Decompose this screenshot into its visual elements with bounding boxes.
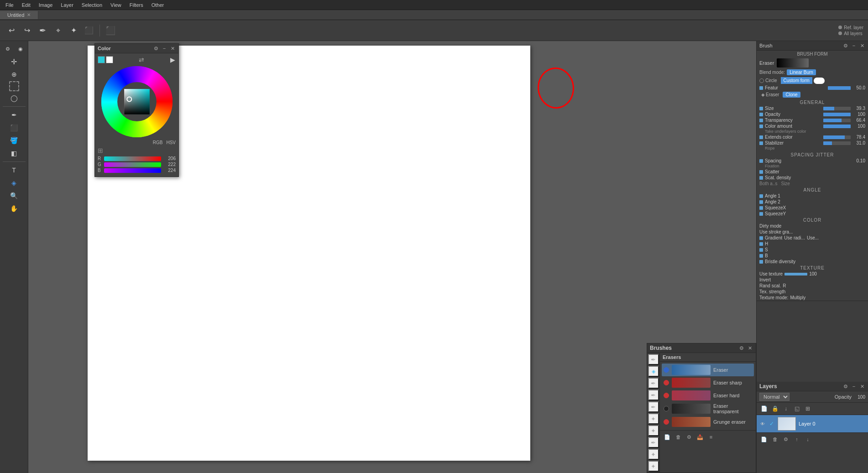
brushes-import-btn[interactable]: 📥 bbox=[695, 432, 705, 442]
shape-circle-radio[interactable] bbox=[759, 78, 764, 83]
channel-g-slider[interactable] bbox=[104, 162, 161, 167]
tab-untitled[interactable]: Untitled ✕ bbox=[0, 11, 38, 19]
transform-button[interactable]: ✦ bbox=[67, 24, 80, 37]
color-panel-close[interactable]: ✕ bbox=[169, 45, 176, 52]
tool-settings-button[interactable]: ⚙ bbox=[2, 43, 14, 55]
brushes-settings-btn[interactable]: ⚙ bbox=[738, 345, 745, 351]
brushes-icon-4[interactable]: ✒ bbox=[648, 390, 659, 400]
layers-duplicate-btn[interactable]: ◱ bbox=[792, 404, 801, 413]
param-transparency-bar[interactable] bbox=[823, 119, 851, 122]
menu-view[interactable]: View bbox=[107, 1, 125, 9]
shape-custom-option[interactable]: Custom form bbox=[781, 77, 825, 84]
tool-select-rect[interactable] bbox=[9, 81, 19, 91]
brushes-icon-5[interactable]: ✒ bbox=[648, 401, 659, 412]
brush-toggle[interactable] bbox=[814, 78, 825, 84]
layers-close-btn[interactable]: ✕ bbox=[859, 383, 865, 390]
brushes-delete-btn[interactable]: 🗑 bbox=[674, 432, 683, 442]
brush-item-eraser-sharp[interactable]: Eraser sharp bbox=[662, 376, 754, 389]
tool-text[interactable]: T bbox=[8, 164, 20, 176]
brush-item-grunge-eraser[interactable]: Grunge eraser bbox=[662, 416, 754, 428]
menu-file[interactable]: File bbox=[2, 1, 17, 9]
tool-hand[interactable]: ✋ bbox=[8, 203, 20, 214]
param-size-bar[interactable] bbox=[823, 107, 851, 110]
brush-item-eraser[interactable]: Eraser bbox=[662, 364, 754, 376]
tool-transform[interactable]: ⊕ bbox=[8, 68, 20, 80]
tool-select-ellipse[interactable]: ◯ bbox=[8, 92, 20, 104]
brushes-icon-1[interactable]: ✒ bbox=[648, 354, 659, 365]
shape-custom-box[interactable]: Custom form bbox=[781, 77, 812, 84]
menu-image[interactable]: Image bbox=[35, 1, 57, 9]
layers-merge-down-btn[interactable]: ↓ bbox=[781, 404, 790, 413]
brush-panel-minimize[interactable]: − bbox=[851, 42, 857, 49]
layers-settings-btn[interactable]: ⚙ bbox=[842, 383, 849, 390]
redo-button[interactable]: ↪ bbox=[20, 24, 34, 37]
tool-fill[interactable]: 🪣 bbox=[8, 135, 20, 146]
layer-0-item[interactable]: 👁 ✓ Layer 0 bbox=[757, 415, 868, 432]
menu-edit[interactable]: Edit bbox=[18, 1, 34, 9]
param-color-bar[interactable] bbox=[823, 125, 851, 128]
color-play-button[interactable]: ▶ bbox=[169, 57, 176, 63]
brushes-settings-btn2[interactable]: ⚙ bbox=[685, 432, 694, 442]
eraser-button[interactable]: ◈ Eraser bbox=[759, 92, 781, 98]
clone-button[interactable]: Clone bbox=[783, 92, 800, 98]
brushes-icon-9[interactable]: ✦ bbox=[648, 449, 659, 460]
menu-layer[interactable]: Layer bbox=[57, 1, 77, 9]
layers-minimize-btn[interactable]: − bbox=[851, 383, 857, 390]
blend-mode-value[interactable]: Linear Burn bbox=[787, 69, 816, 75]
menu-filters[interactable]: Filters bbox=[126, 1, 147, 9]
tab-close-button[interactable]: ✕ bbox=[27, 12, 31, 17]
tool-move[interactable]: ✛ bbox=[8, 56, 20, 68]
param-stabilizer-bar[interactable] bbox=[823, 141, 851, 145]
color-panel-header[interactable]: Color ⚙ − ✕ bbox=[95, 44, 178, 53]
param-extends-bar[interactable] bbox=[823, 135, 851, 139]
brush-panel-close[interactable]: ✕ bbox=[859, 42, 865, 49]
feature-bar[interactable] bbox=[828, 86, 851, 90]
layer-check-icon[interactable]: ✓ bbox=[769, 421, 775, 427]
tool-history-button[interactable]: ◉ bbox=[15, 43, 26, 55]
layers-new-btn[interactable]: 📄 bbox=[759, 404, 769, 413]
brushes-close-btn[interactable]: ✕ bbox=[747, 345, 753, 351]
color-resize-icon[interactable]: ⊞ bbox=[98, 147, 103, 154]
tool-eraser[interactable]: ⬛ bbox=[8, 122, 20, 134]
swap-colors-button[interactable]: ⇄ bbox=[138, 57, 145, 63]
channel-r-slider[interactable] bbox=[104, 156, 161, 161]
param-opacity-bar[interactable] bbox=[823, 113, 851, 116]
color-wheel-container[interactable] bbox=[100, 65, 173, 138]
menu-other[interactable]: Other bbox=[148, 1, 168, 9]
color-wheel[interactable] bbox=[100, 65, 173, 138]
layers-mode-select[interactable]: Normal bbox=[759, 393, 790, 401]
brushes-icon-3[interactable]: ✒ bbox=[648, 378, 659, 389]
layers-group-btn[interactable]: ⊞ bbox=[803, 404, 812, 413]
shape-circle-option[interactable]: Circle bbox=[759, 78, 777, 83]
layer-eye-icon[interactable]: 👁 bbox=[759, 421, 766, 427]
crop-button[interactable]: ⬛ bbox=[82, 24, 96, 37]
undo-button[interactable]: ↩ bbox=[5, 24, 18, 37]
brushes-add-btn[interactable]: 📄 bbox=[663, 432, 672, 442]
background-color[interactable] bbox=[106, 56, 113, 63]
layer-down-btn[interactable]: ↓ bbox=[803, 435, 812, 444]
brush-item-eraser-hard[interactable]: Eraser hard bbox=[662, 389, 754, 402]
brushes-icon-7[interactable]: ✦ bbox=[648, 425, 659, 436]
brush-item-eraser-transparent[interactable]: Eraser transparent bbox=[662, 402, 754, 416]
stamp-button[interactable]: ⬛ bbox=[104, 24, 117, 37]
tool-pen[interactable]: ✒ bbox=[8, 109, 20, 121]
color-panel-minimize[interactable]: − bbox=[161, 45, 167, 52]
brushes-icon-2[interactable]: ◈ bbox=[648, 366, 659, 377]
brushes-list-btn[interactable]: ≡ bbox=[706, 432, 716, 442]
layer-up-btn[interactable]: ↑ bbox=[792, 435, 801, 444]
select-button[interactable]: ⌖ bbox=[51, 24, 65, 37]
brushes-icon-6[interactable]: ✦ bbox=[648, 413, 659, 424]
layers-lock-btn[interactable]: 🔒 bbox=[770, 404, 779, 413]
use-texture-bar[interactable] bbox=[784, 273, 807, 275]
color-panel-settings[interactable]: ⚙ bbox=[153, 45, 159, 52]
brush-panel-settings[interactable]: ⚙ bbox=[842, 42, 849, 49]
tool-zoom[interactable]: 🔍 bbox=[8, 190, 20, 202]
layer-settings-btn[interactable]: ⚙ bbox=[781, 435, 790, 444]
tool-gradient[interactable]: ◧ bbox=[8, 147, 20, 159]
layer-add-btn[interactable]: 📄 bbox=[759, 435, 769, 444]
brushes-icon-8[interactable]: ✒ bbox=[648, 437, 659, 448]
tool-vector[interactable]: ◈ bbox=[8, 177, 20, 189]
channel-b-slider[interactable] bbox=[104, 168, 161, 173]
layer-delete-btn[interactable]: 🗑 bbox=[770, 435, 779, 444]
draw-button[interactable]: ✒ bbox=[36, 24, 49, 37]
